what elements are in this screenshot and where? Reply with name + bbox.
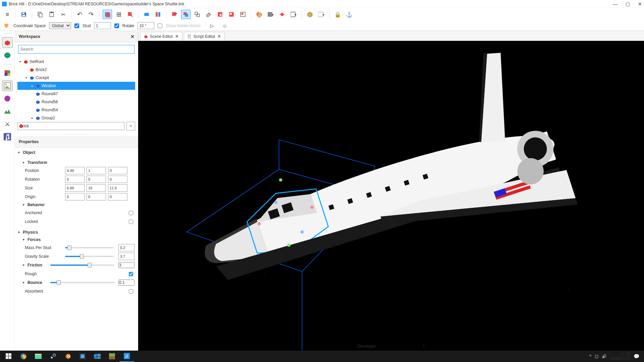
tree-item-group2[interactable]: ▸Group2 xyxy=(17,114,135,120)
position-x[interactable] xyxy=(65,167,85,174)
show-hidden-checkbox[interactable] xyxy=(158,23,162,28)
tray-volume-icon[interactable]: 🔊 xyxy=(602,354,607,359)
friction-section[interactable]: ▾Friction xyxy=(18,261,135,269)
coord-space-select[interactable]: Global xyxy=(49,22,71,29)
shape-diamond[interactable] xyxy=(277,10,287,19)
notifications-icon[interactable]: 💬 xyxy=(634,354,639,359)
rail-image[interactable] xyxy=(2,80,13,91)
rail-multi-brick[interactable] xyxy=(2,68,13,78)
start-button[interactable] xyxy=(1,351,16,362)
mass-value[interactable] xyxy=(118,244,135,251)
size-x[interactable] xyxy=(65,184,85,192)
rail-tools[interactable]: ⚔ xyxy=(2,119,13,129)
maximize-button[interactable]: ▢ xyxy=(626,1,630,7)
color-tool-3[interactable] xyxy=(238,10,248,19)
rail-globe[interactable] xyxy=(2,50,13,61)
size-z[interactable] xyxy=(108,184,127,192)
size-y[interactable] xyxy=(87,184,106,192)
cut-button[interactable]: ✂ xyxy=(58,10,68,19)
play-button[interactable]: ▷ xyxy=(207,21,217,31)
minimize-button[interactable]: — xyxy=(613,1,618,7)
absorbent-checkbox[interactable] xyxy=(129,289,133,294)
tab-close-icon[interactable]: ✕ xyxy=(217,34,221,39)
resize-handle[interactable]: ::::::::::::::::::: xyxy=(15,132,138,136)
package-tool[interactable] xyxy=(305,10,315,19)
bounce-value[interactable] xyxy=(118,280,135,286)
minecraft-icon[interactable] xyxy=(105,351,119,362)
hierarchy-tree[interactable]: ▾SetRootBrick2▾Cockpit▸WindowRound47Roun… xyxy=(15,56,138,120)
anchor-tool[interactable]: ⚓ xyxy=(344,10,354,19)
align-tool-2[interactable] xyxy=(153,10,163,19)
search-input[interactable] xyxy=(18,45,135,54)
object-section[interactable]: ▾Object xyxy=(18,149,135,156)
outline-color[interactable] xyxy=(289,10,298,19)
color-tool-2[interactable] xyxy=(227,10,236,19)
lock-tool[interactable]: 🔒 xyxy=(333,10,342,19)
gravity-slider[interactable] xyxy=(65,256,114,257)
stud-input[interactable] xyxy=(94,22,111,29)
bounce-section[interactable]: ▾Bounce xyxy=(18,278,135,287)
locked-checkbox[interactable] xyxy=(129,220,133,224)
anchored-checkbox[interactable] xyxy=(129,211,133,215)
tray-chevron-icon[interactable]: ^ xyxy=(589,354,591,359)
gravity-value[interactable] xyxy=(118,253,135,260)
rotate-input[interactable] xyxy=(138,22,154,29)
brickhill-taskbar-icon[interactable]: β xyxy=(119,351,134,362)
add-brick-button[interactable]: + xyxy=(126,122,135,130)
tree-item-round56[interactable]: Round56 xyxy=(17,98,135,106)
undo-button[interactable]: ↶ xyxy=(75,10,84,19)
behavior-section[interactable]: ▾Behavior xyxy=(18,201,135,208)
save-button[interactable] xyxy=(19,10,29,19)
stud-checkbox[interactable] xyxy=(74,23,79,28)
workspace-close[interactable]: ✕ xyxy=(130,34,135,39)
close-button[interactable]: ✕ xyxy=(638,1,642,7)
paste-button[interactable] xyxy=(47,10,56,19)
friction-slider[interactable] xyxy=(50,264,114,266)
rail-sphere[interactable] xyxy=(2,93,13,104)
tree-item-window[interactable]: ▸Window xyxy=(17,82,135,90)
tree-item-round54[interactable]: Round54 xyxy=(17,106,135,114)
grid-tool[interactable]: ⊞ xyxy=(114,10,123,19)
position-z[interactable] xyxy=(108,167,127,174)
group-tool[interactable] xyxy=(170,10,179,19)
3d-scene[interactable]: Developer^ xyxy=(138,41,644,351)
mass-slider[interactable] xyxy=(65,247,114,248)
ungroup-tool[interactable] xyxy=(181,10,191,19)
menu-button[interactable]: ≡ xyxy=(3,10,12,19)
align-tool-1[interactable] xyxy=(142,10,151,19)
system-clock[interactable]: 17:18 28/08/2021 xyxy=(610,352,630,361)
rough-checkbox[interactable] xyxy=(129,272,133,276)
tree-item-round47[interactable]: Round47 xyxy=(17,90,135,98)
app-icon-1[interactable] xyxy=(75,351,90,362)
rotation-x[interactable] xyxy=(65,176,85,183)
copy-button[interactable] xyxy=(36,10,45,19)
move-tool[interactable] xyxy=(125,10,135,19)
rotation-y[interactable] xyxy=(87,176,106,183)
explorer-icon[interactable] xyxy=(31,351,46,362)
shield-icon[interactable] xyxy=(3,22,10,29)
origin-z[interactable] xyxy=(108,193,127,200)
color-tool-1[interactable] xyxy=(215,10,225,19)
palette-tool[interactable]: 🎨 xyxy=(255,10,264,19)
rail-brick[interactable] xyxy=(2,37,13,48)
bounce-slider[interactable] xyxy=(50,282,114,283)
tree-item-brick2[interactable]: Brick2 xyxy=(17,66,135,74)
blender-icon[interactable] xyxy=(60,351,75,362)
origin-y[interactable] xyxy=(87,193,106,200)
transform-section[interactable]: ▾Transform xyxy=(18,159,135,166)
fill-color[interactable] xyxy=(266,10,275,19)
steam-icon[interactable] xyxy=(46,351,60,362)
box-tool[interactable] xyxy=(317,10,326,19)
tree-item-setroot[interactable]: ▾SetRoot xyxy=(17,58,135,66)
eraser-tool[interactable] xyxy=(204,10,213,19)
redo-button[interactable]: ↷ xyxy=(86,10,96,19)
chrome-icon[interactable] xyxy=(16,351,31,362)
app-icon-2[interactable] xyxy=(90,351,105,362)
tree-item-cockpit[interactable]: ▾Cockpit xyxy=(17,74,135,82)
tab-close-icon[interactable]: ✕ xyxy=(175,34,179,39)
rail-music[interactable] xyxy=(2,131,13,142)
tab-scene-editor[interactable]: Scene Editor✕ xyxy=(140,32,182,41)
physics-section[interactable]: ▾Physics xyxy=(18,229,135,236)
duplicate-tool[interactable] xyxy=(193,10,202,19)
tray-monitor-icon[interactable]: ▢ xyxy=(595,354,598,359)
